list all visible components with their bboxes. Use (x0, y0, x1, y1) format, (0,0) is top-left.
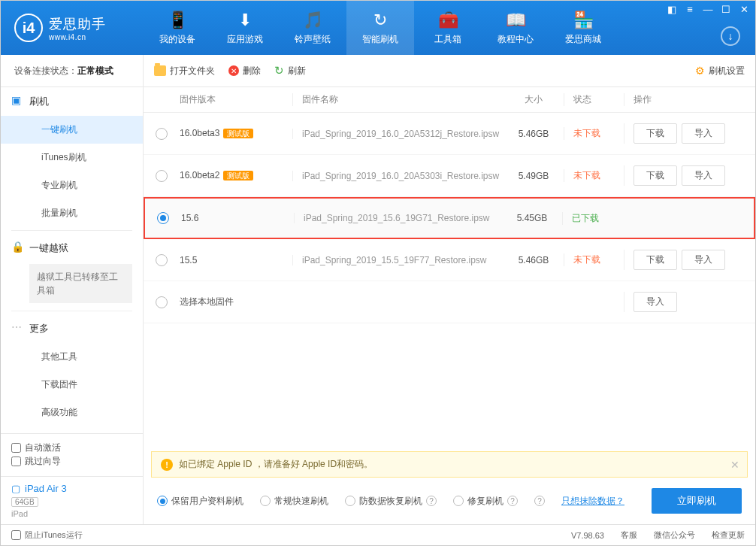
connection-status: 设备连接状态： 正常模式 (1, 55, 144, 86)
flash-option-2[interactable]: 防数据恢复刷机? (345, 495, 437, 508)
minimize-icon[interactable]: — (701, 4, 715, 15)
sidebar-head-more[interactable]: ⋯更多 (1, 314, 143, 343)
help-icon[interactable]: ? (507, 496, 518, 506)
device-type: iPad (11, 509, 132, 518)
flash-option-1[interactable]: 常规快速刷机 (260, 495, 328, 508)
help-icon[interactable]: ? (426, 496, 437, 506)
sidebar-item-flash-3[interactable]: 批量刷机 (1, 199, 143, 227)
skin-icon[interactable]: ◧ (665, 4, 679, 15)
radio-icon (157, 496, 168, 506)
sidebar-item-more-0[interactable]: 其他工具 (1, 343, 143, 371)
firmware-ops: 下载导入 (624, 165, 755, 186)
wechat-link[interactable]: 微信公众号 (654, 529, 695, 541)
maximize-icon[interactable]: ☐ (719, 4, 733, 15)
firmware-radio[interactable] (156, 170, 168, 182)
firmware-radio[interactable] (156, 254, 168, 266)
nav-tab-2[interactable]: 🎵铃声壁纸 (279, 1, 346, 55)
firmware-status: 已下载 (562, 212, 622, 225)
firmware-status: 未下载 (564, 127, 624, 140)
open-folder-button[interactable]: 打开文件夹 (154, 65, 215, 77)
sidebar-head-jailbreak[interactable]: 🔒一键越狱 (1, 234, 143, 262)
firmware-status: 未下载 (564, 253, 624, 266)
firmware-radio[interactable] (156, 128, 168, 140)
download-button[interactable]: 下载 (634, 123, 677, 144)
nav-icon: 🧰 (438, 11, 458, 30)
nav-tab-1[interactable]: ⬇应用游戏 (211, 1, 279, 55)
sidebar-item-flash-1[interactable]: iTunes刷机 (1, 144, 143, 171)
firmware-size: 5.46GB (503, 255, 564, 265)
flash-settings-button[interactable]: ⚙刷机设置 (695, 65, 745, 77)
skip-guide-checkbox[interactable]: 跳过向导 (11, 455, 61, 468)
nav-tab-3[interactable]: ↻智能刷机 (346, 1, 414, 55)
nav-label: 应用游戏 (227, 33, 263, 46)
logo: i4 爱思助手 www.i4.cn (1, 14, 144, 42)
sidebar-item-more-1[interactable]: 下载固件 (1, 371, 143, 399)
nav-tab-4[interactable]: 🧰工具箱 (414, 1, 482, 55)
device-storage: 64GB (11, 497, 38, 507)
firmware-size: 5.45GB (502, 213, 562, 223)
import-button[interactable]: 导入 (682, 123, 725, 144)
connection-value: 正常模式 (77, 65, 113, 77)
firmware-name: iPad_Spring_2019_16.0_20A5312j_Restore.i… (292, 129, 503, 139)
col-size: 大小 (503, 93, 564, 106)
sidebar-head-flash[interactable]: ▣刷机 (1, 87, 143, 116)
update-link[interactable]: 检查更新 (712, 529, 745, 541)
import-button[interactable]: 导入 (682, 250, 725, 270)
flash-option-3[interactable]: 修复刷机? (453, 495, 518, 508)
nav-icon: 📱 (168, 11, 188, 30)
app-header: i4 爱思助手 www.i4.cn 📱我的设备⬇应用游戏🎵铃声壁纸↻智能刷机🧰工… (1, 1, 755, 55)
flash-now-button[interactable]: 立即刷机 (652, 488, 742, 514)
version-text: V7.98.63 (571, 531, 604, 540)
firmware-radio[interactable] (157, 212, 169, 224)
logo-icon: i4 (14, 14, 43, 42)
local-firmware-row[interactable]: 选择本地固件 导入 (144, 281, 755, 323)
col-version: 固件版本 (180, 93, 292, 106)
delete-button[interactable]: ✕删除 (228, 65, 261, 77)
nav-tab-5[interactable]: 📖教程中心 (482, 1, 549, 55)
import-button[interactable]: 导入 (682, 165, 725, 186)
import-button[interactable]: 导入 (634, 292, 677, 312)
firmware-radio[interactable] (156, 296, 168, 308)
block-itunes-checkbox[interactable]: 阻止iTunes运行 (11, 529, 83, 541)
nav-tab-0[interactable]: 📱我的设备 (144, 1, 211, 55)
menu-icon[interactable]: ≡ (683, 4, 697, 15)
firmware-version: 15.5 (180, 255, 292, 265)
flash-options: 保留用户资料刷机常规快速刷机防数据恢复刷机?修复刷机? ? 只想抹除数据？ 立即… (144, 478, 755, 524)
firmware-size: 5.46GB (503, 129, 564, 139)
sidebar-item-more-2[interactable]: 高级功能 (1, 399, 143, 426)
erase-link[interactable]: 只想抹除数据？ (561, 495, 624, 508)
device-name: iPad Air 3 (25, 483, 67, 494)
col-name: 固件名称 (292, 93, 503, 106)
nav-label: 爱思商城 (565, 33, 601, 46)
firmware-row[interactable]: 15.6 iPad_Spring_2019_15.6_19G71_Restore… (144, 197, 755, 239)
download-button[interactable]: 下载 (634, 165, 677, 186)
download-circle-icon[interactable]: ↓ (721, 26, 740, 46)
beta-badge: 测试版 (223, 171, 253, 180)
folder-icon (154, 65, 166, 76)
main-content: 固件版本 固件名称 大小 状态 操作 16.0beta3测试版 iPad_Spr… (144, 87, 755, 524)
firmware-row[interactable]: 15.5 iPad_Spring_2019_15.5_19F77_Restore… (144, 239, 755, 281)
nav-tab-6[interactable]: 🏪爱思商城 (549, 1, 617, 55)
download-button[interactable]: 下载 (634, 250, 677, 270)
sidebar-item-flash-2[interactable]: 专业刷机 (1, 171, 143, 199)
service-link[interactable]: 客服 (621, 529, 637, 541)
close-icon[interactable]: ✕ (737, 4, 751, 15)
firmware-row[interactable]: 16.0beta3测试版 iPad_Spring_2019_16.0_20A53… (144, 113, 755, 155)
refresh-button[interactable]: ↻刷新 (274, 64, 306, 77)
firmware-version: 16.0beta3测试版 (180, 128, 292, 139)
auto-activate-checkbox[interactable]: 自动激活 (11, 441, 61, 454)
status-bar: 阻止iTunes运行 V7.98.63 客服 微信公众号 检查更新 (1, 524, 755, 545)
flash-option-0[interactable]: 保留用户资料刷机 (157, 495, 243, 508)
alert-close-icon[interactable]: ✕ (730, 459, 739, 471)
firmware-name: iPad_Spring_2019_15.5_19F77_Restore.ipsw (292, 255, 503, 265)
device-info[interactable]: ▢iPad Air 3 64GB iPad (1, 476, 143, 524)
toolbar: 打开文件夹 ✕删除 ↻刷新 ⚙刷机设置 (144, 64, 755, 77)
alert-bar: ! 如已绑定 Apple ID ，请准备好 Apple ID和密码。 ✕ (151, 451, 748, 478)
nav-label: 智能刷机 (362, 33, 398, 46)
help-icon[interactable]: ? (534, 496, 545, 506)
nav-icon: 📖 (506, 11, 526, 30)
sidebar-item-flash-0[interactable]: 一键刷机 (1, 116, 143, 144)
firmware-row[interactable]: 16.0beta2测试版 iPad_Spring_2019_16.0_20A53… (144, 155, 755, 197)
refresh-icon: ↻ (274, 64, 284, 77)
window-controls: ◧ ≡ — ☐ ✕ (665, 4, 751, 15)
